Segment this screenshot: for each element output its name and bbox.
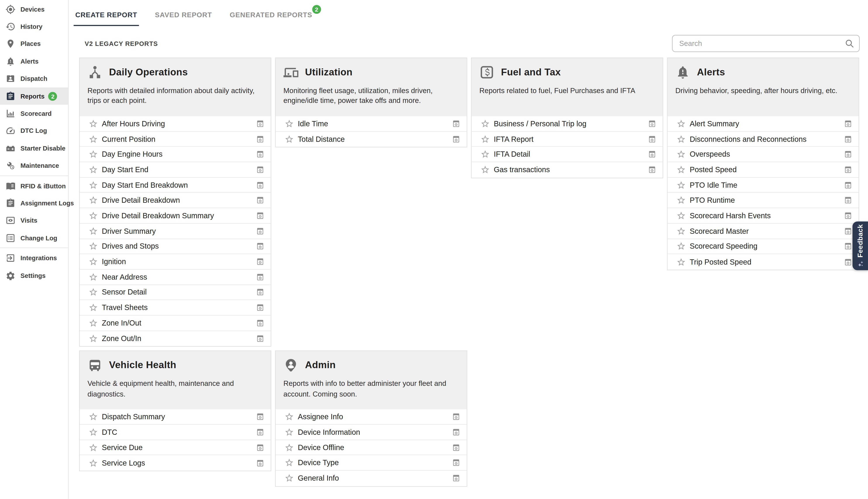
- sidebar-item-visits[interactable]: Visits: [0, 212, 68, 229]
- schedule-report-icon[interactable]: [844, 196, 852, 205]
- schedule-report-icon[interactable]: [844, 258, 852, 266]
- schedule-report-icon[interactable]: [256, 443, 264, 452]
- report-item-drive-detail-breakdown-summary[interactable]: Drive Detail Breakdown Summary: [80, 208, 271, 223]
- tab-saved-report[interactable]: SAVED REPORT: [153, 7, 214, 26]
- report-item-current-position[interactable]: Current Position: [80, 132, 271, 147]
- sidebar-item-starter-disable[interactable]: Starter Disable: [0, 139, 68, 157]
- favorite-star-icon[interactable]: [285, 412, 294, 422]
- report-item-pto-idle-time[interactable]: PTO Idle Time: [668, 178, 858, 193]
- report-item-ifta-report[interactable]: IFTA Report: [472, 132, 662, 147]
- feedback-button[interactable]: Feedback: [853, 221, 868, 270]
- favorite-star-icon[interactable]: [677, 196, 686, 205]
- schedule-report-icon[interactable]: [452, 413, 460, 421]
- tab-generated-reports[interactable]: GENERATED REPORTS2: [228, 7, 314, 26]
- report-item-ignition[interactable]: Ignition: [80, 254, 271, 270]
- favorite-star-icon[interactable]: [89, 303, 98, 313]
- report-item-device-offline[interactable]: Device Offline: [276, 440, 467, 455]
- report-item-service-logs[interactable]: Service Logs: [80, 455, 271, 471]
- schedule-report-icon[interactable]: [844, 166, 852, 174]
- favorite-star-icon[interactable]: [677, 134, 686, 144]
- sidebar-item-history[interactable]: History: [0, 18, 68, 35]
- sidebar-item-devices[interactable]: Devices: [0, 1, 68, 18]
- favorite-star-icon[interactable]: [677, 211, 686, 220]
- sidebar-item-integrations[interactable]: Integrations: [0, 250, 68, 267]
- schedule-report-icon[interactable]: [256, 273, 264, 281]
- favorite-star-icon[interactable]: [89, 180, 98, 190]
- schedule-report-icon[interactable]: [256, 303, 264, 312]
- schedule-report-icon[interactable]: [256, 428, 264, 436]
- schedule-report-icon[interactable]: [844, 135, 852, 143]
- favorite-star-icon[interactable]: [677, 242, 686, 251]
- schedule-report-icon[interactable]: [256, 227, 264, 235]
- schedule-report-icon[interactable]: [256, 242, 264, 251]
- favorite-star-icon[interactable]: [89, 272, 98, 282]
- search-icon[interactable]: [844, 38, 855, 49]
- favorite-star-icon[interactable]: [89, 134, 98, 144]
- favorite-star-icon[interactable]: [677, 257, 686, 267]
- favorite-star-icon[interactable]: [89, 443, 98, 452]
- favorite-star-icon[interactable]: [285, 474, 294, 483]
- report-item-device-information[interactable]: Device Information: [276, 425, 467, 440]
- report-item-gas-transactions[interactable]: Gas transactions: [472, 162, 662, 178]
- favorite-star-icon[interactable]: [89, 412, 98, 422]
- report-item-posted-speed[interactable]: Posted Speed: [668, 162, 858, 178]
- favorite-star-icon[interactable]: [677, 119, 686, 129]
- favorite-star-icon[interactable]: [481, 119, 490, 129]
- schedule-report-icon[interactable]: [452, 120, 460, 128]
- favorite-star-icon[interactable]: [89, 458, 98, 468]
- favorite-star-icon[interactable]: [481, 134, 490, 144]
- report-item-pto-runtime[interactable]: PTO Runtime: [668, 193, 858, 208]
- schedule-report-icon[interactable]: [844, 181, 852, 189]
- report-item-driver-summary[interactable]: Driver Summary: [80, 223, 271, 239]
- report-item-sensor-detail[interactable]: Sensor Detail: [80, 285, 271, 300]
- report-item-disconnections-and-reconnections[interactable]: Disconnections and Reconnections: [668, 132, 858, 147]
- favorite-star-icon[interactable]: [89, 150, 98, 159]
- report-item-service-due[interactable]: Service Due: [80, 440, 271, 455]
- report-item-drives-and-stops[interactable]: Drives and Stops: [80, 239, 271, 254]
- report-item-drive-detail-breakdown[interactable]: Drive Detail Breakdown: [80, 193, 271, 208]
- schedule-report-icon[interactable]: [648, 150, 656, 158]
- report-item-scorecard-harsh-events[interactable]: Scorecard Harsh Events: [668, 208, 858, 223]
- schedule-report-icon[interactable]: [256, 181, 264, 189]
- sidebar-item-places[interactable]: Places: [0, 35, 68, 53]
- favorite-star-icon[interactable]: [481, 150, 490, 159]
- schedule-report-icon[interactable]: [256, 413, 264, 421]
- report-item-scorecard-master[interactable]: Scorecard Master: [668, 223, 858, 239]
- sidebar-item-dtc-log[interactable]: DTC Log: [0, 122, 68, 139]
- favorite-star-icon[interactable]: [285, 119, 294, 129]
- schedule-report-icon[interactable]: [648, 135, 656, 143]
- report-item-overspeeds[interactable]: Overspeeds: [668, 147, 858, 162]
- schedule-report-icon[interactable]: [256, 120, 264, 128]
- schedule-report-icon[interactable]: [256, 288, 264, 296]
- favorite-star-icon[interactable]: [285, 458, 294, 467]
- report-item-dispatch-summary[interactable]: Dispatch Summary: [80, 410, 271, 425]
- favorite-star-icon[interactable]: [89, 318, 98, 328]
- sidebar-item-maintenance[interactable]: Maintenance: [0, 157, 68, 174]
- favorite-star-icon[interactable]: [89, 334, 98, 343]
- favorite-star-icon[interactable]: [89, 257, 98, 266]
- tab-create-report[interactable]: CREATE REPORT: [74, 7, 139, 26]
- favorite-star-icon[interactable]: [285, 135, 294, 144]
- schedule-report-icon[interactable]: [256, 211, 264, 220]
- report-item-trip-posted-speed[interactable]: Trip Posted Speed: [668, 254, 858, 270]
- favorite-star-icon[interactable]: [89, 211, 98, 220]
- report-item-travel-sheets[interactable]: Travel Sheets: [80, 300, 271, 316]
- report-item-total-distance[interactable]: Total Distance: [276, 132, 467, 147]
- schedule-report-icon[interactable]: [844, 227, 852, 235]
- report-item-idle-time[interactable]: Idle Time: [276, 116, 467, 132]
- sidebar-item-assignment-logs[interactable]: Assignment Logs: [0, 194, 68, 212]
- report-item-day-start-end[interactable]: Day Start End: [80, 162, 271, 178]
- report-item-near-address[interactable]: Near Address: [80, 270, 271, 285]
- favorite-star-icon[interactable]: [677, 180, 686, 190]
- report-item-business-personal-trip-log[interactable]: Business / Personal Trip log: [472, 116, 662, 132]
- report-item-after-hours-driving[interactable]: After Hours Driving: [80, 116, 271, 132]
- sidebar-item-scorecard[interactable]: Scorecard: [0, 105, 68, 122]
- schedule-report-icon[interactable]: [256, 166, 264, 174]
- search-input[interactable]: [672, 35, 860, 52]
- favorite-star-icon[interactable]: [89, 226, 98, 236]
- report-item-zone-in-out[interactable]: Zone In/Out: [80, 316, 271, 331]
- sidebar-item-settings[interactable]: Settings: [0, 267, 68, 284]
- favorite-star-icon[interactable]: [677, 165, 686, 174]
- schedule-report-icon[interactable]: [452, 459, 460, 467]
- report-item-assignee-info[interactable]: Assignee Info: [276, 410, 467, 425]
